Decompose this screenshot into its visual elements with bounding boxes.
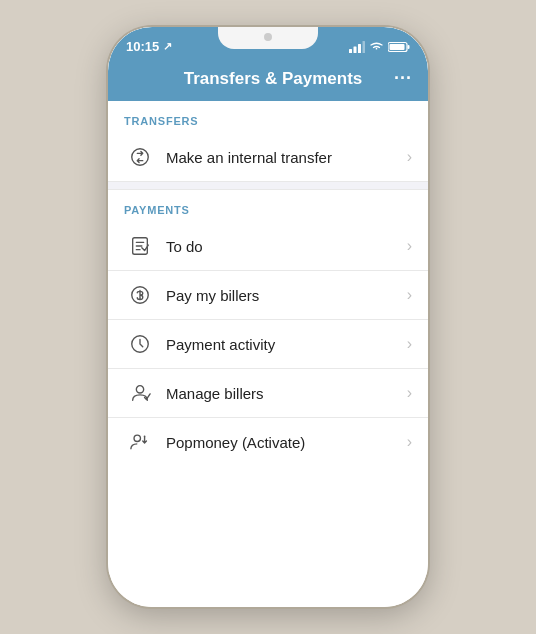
popmoney-item[interactable]: Popmoney (Activate) › xyxy=(108,418,428,466)
status-bar: 10:15 ↗ xyxy=(108,27,428,60)
svg-rect-0 xyxy=(349,49,352,53)
status-time: 10:15 ↗ xyxy=(126,37,172,54)
chevron-icon: › xyxy=(407,286,412,304)
content-area: TRANSFERS Make an internal transfer › xyxy=(108,101,428,607)
svg-rect-1 xyxy=(354,46,357,53)
popmoney-icon xyxy=(124,431,156,453)
chevron-icon: › xyxy=(407,335,412,353)
svg-point-11 xyxy=(136,386,143,393)
payment-activity-item[interactable]: Payment activity › xyxy=(108,320,428,369)
popmoney-label: Popmoney (Activate) xyxy=(166,434,407,451)
transfer-icon xyxy=(124,146,156,168)
status-icons xyxy=(349,39,410,53)
payment-activity-label: Payment activity xyxy=(166,336,407,353)
transfers-label: TRANSFERS xyxy=(108,101,428,133)
billers-icon xyxy=(124,284,156,306)
payments-label: PAYMENTS xyxy=(108,190,428,222)
chevron-icon: › xyxy=(407,433,412,451)
location-icon: ↗ xyxy=(163,40,172,53)
more-options-button[interactable]: ··· xyxy=(394,68,412,89)
pay-billers-item[interactable]: Pay my billers › xyxy=(108,271,428,320)
manage-icon xyxy=(124,382,156,404)
manage-billers-label: Manage billers xyxy=(166,385,407,402)
svg-rect-5 xyxy=(408,45,410,49)
pay-billers-label: Pay my billers xyxy=(166,287,407,304)
app-header: Transfers & Payments ··· xyxy=(108,60,428,101)
phone-frame: 10:15 ↗ xyxy=(108,27,428,607)
notch-dot xyxy=(264,33,272,41)
todo-icon xyxy=(124,235,156,257)
notch xyxy=(218,27,318,49)
svg-rect-6 xyxy=(390,44,405,50)
internal-transfer-label: Make an internal transfer xyxy=(166,149,407,166)
header-title: Transfers & Payments xyxy=(152,69,394,89)
internal-transfer-item[interactable]: Make an internal transfer › xyxy=(108,133,428,182)
svg-point-7 xyxy=(132,149,149,166)
chevron-icon: › xyxy=(407,237,412,255)
manage-billers-item[interactable]: Manage billers › xyxy=(108,369,428,418)
svg-point-13 xyxy=(144,436,146,438)
svg-rect-3 xyxy=(363,41,366,53)
chevron-icon: › xyxy=(407,384,412,402)
svg-point-12 xyxy=(134,435,140,441)
chevron-icon: › xyxy=(407,148,412,166)
to-do-item[interactable]: To do › xyxy=(108,222,428,271)
to-do-label: To do xyxy=(166,238,407,255)
wifi-icon xyxy=(369,41,384,52)
activity-icon xyxy=(124,333,156,355)
phone-screen: 10:15 ↗ xyxy=(108,27,428,607)
section-divider xyxy=(108,182,428,190)
payments-section: PAYMENTS To do › xyxy=(108,190,428,466)
transfers-section: TRANSFERS Make an internal transfer › xyxy=(108,101,428,182)
signal-icon xyxy=(349,41,365,53)
svg-rect-2 xyxy=(358,44,361,53)
battery-icon xyxy=(388,41,410,53)
